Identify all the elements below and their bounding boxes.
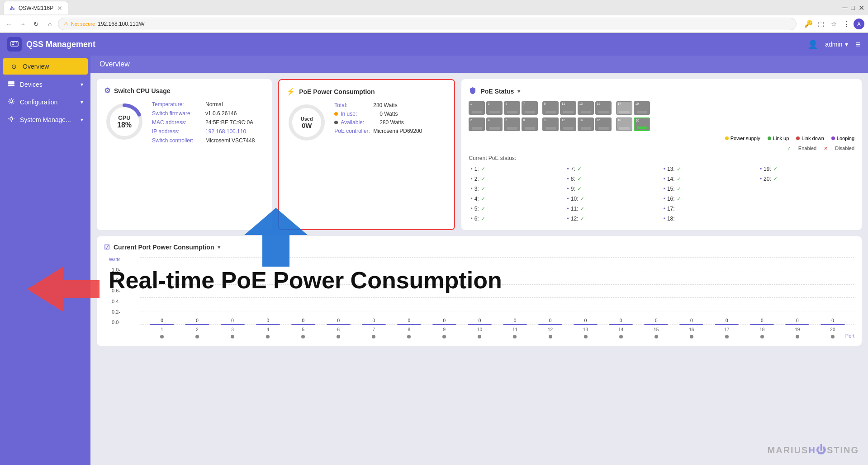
chart-dot-10 — [478, 335, 481, 338]
poe-status-grid: •1:✓ •7:✓ •13:✓ •19:✓ •2:✓ •8:✓ •14:✓ •2… — [469, 165, 854, 223]
port-1-icon[interactable]: 1 — [469, 101, 485, 115]
sidebar: ⊙ Overview Devices ▾ — [0, 56, 90, 465]
chart-label-6: 6 — [321, 327, 356, 332]
refresh-button[interactable]: ↻ — [31, 19, 42, 29]
port-13-icon[interactable]: 13 — [578, 101, 594, 115]
chart-label-10: 10 — [462, 327, 497, 332]
address-bar[interactable]: ⚠ Not secure 192.168.100.110/#/ — [58, 18, 797, 30]
legend-link-down: Link down — [796, 136, 824, 141]
not-secure-text: Not secure — [71, 21, 95, 27]
back-button[interactable]: ← — [4, 19, 14, 29]
not-secure-icon: ⚠ — [64, 21, 68, 27]
user-avatar[interactable]: A — [854, 19, 864, 29]
bar-col-8: 0 — [392, 257, 426, 325]
window-close-button[interactable]: ✕ — [859, 4, 864, 12]
configuration-icon — [7, 98, 15, 106]
bookmark-icon[interactable]: ☆ — [828, 19, 839, 29]
admin-chevron-icon: ▾ — [845, 41, 848, 48]
bar-col-15: 0 — [639, 257, 674, 325]
browser-tab[interactable]: 🖧 QSW-M2116P ✕ — [4, 1, 68, 14]
port-18-icon[interactable]: 18 — [616, 117, 632, 131]
port-3-icon[interactable]: 3 — [486, 101, 503, 115]
poe-used-value: 0W — [301, 122, 313, 129]
chart-area: Watts 1.0- 0.8- 0.6- 0.4- 0.2- 0.0- — [104, 257, 854, 338]
port-10-icon[interactable]: 10 — [542, 117, 559, 131]
hamburger-icon[interactable]: ≡ — [855, 39, 861, 50]
port-14-icon[interactable]: 14 — [578, 117, 594, 131]
disabled-x-icon: ✕ — [824, 146, 828, 151]
port-8-icon[interactable]: 8 — [522, 117, 538, 131]
poe-info-table: Total: 280 Watts In use: 0 Watts — [334, 102, 422, 136]
browser-nav-bar: ← → ↻ ⌂ ⚠ Not secure 192.168.100.110/#/ … — [0, 15, 868, 33]
port-5-icon[interactable]: 5 — [504, 101, 520, 115]
legend-link-up: Link up — [768, 136, 789, 141]
main-layout: ⊙ Overview Devices ▾ — [0, 56, 868, 465]
chart-dot-17 — [725, 335, 729, 338]
poe-status-dropdown-icon[interactable]: ▾ — [517, 88, 520, 94]
chart-dot-7 — [372, 335, 375, 338]
chart-label-20: 20 — [816, 327, 850, 332]
chart-card: ☑ Current Port Power Consumption ▾ Watts… — [97, 236, 862, 346]
port-19-icon[interactable]: 19 — [634, 101, 650, 115]
sidebar-item-system-manage[interactable]: System Manage... ▾ — [0, 111, 90, 128]
more-icon[interactable]: ⋮ — [841, 19, 852, 29]
poe-status-title: PoE Status ▾ — [469, 86, 854, 96]
current-poe-status-label: Current PoE status: — [469, 155, 854, 161]
port-15-icon[interactable]: 15 — [595, 101, 612, 115]
sidebar-item-configuration[interactable]: Configuration ▾ — [0, 93, 90, 111]
port-16-icon[interactable]: 16 — [595, 117, 612, 131]
port-9-icon[interactable]: 9 — [542, 101, 559, 115]
bar-col-20: 0 — [816, 257, 850, 325]
chart-dot-2 — [195, 335, 199, 338]
window-maximize-button[interactable]: □ — [851, 4, 855, 11]
port-20-icon[interactable]: 20 — [634, 117, 650, 131]
chart-dot-col-5 — [286, 335, 320, 338]
port-7-icon[interactable]: 7 — [522, 101, 538, 115]
configuration-chevron-icon: ▾ — [81, 99, 83, 105]
svg-rect-6 — [13, 44, 14, 45]
chart-dot-6 — [337, 335, 340, 338]
chart-label-3: 3 — [215, 327, 250, 332]
window-minimize-button[interactable]: ─ — [842, 4, 847, 12]
chart-dot-col-13 — [569, 335, 603, 338]
bar-col-16: 0 — [674, 257, 709, 325]
system-manage-icon — [7, 115, 15, 124]
poe-gauge-text: Used 0W — [301, 116, 313, 129]
port-2-icon[interactable]: 2 — [469, 117, 485, 131]
port-11-icon[interactable]: 11 — [560, 101, 576, 115]
chart-port-label: Port — [845, 333, 854, 338]
home-button[interactable]: ⌂ — [44, 19, 55, 29]
app-header-right: 👤 admin ▾ ≡ — [808, 39, 861, 50]
svg-rect-2 — [13, 42, 14, 43]
cast-icon[interactable]: ⬚ — [816, 19, 826, 29]
chart-dot-col-14 — [604, 335, 638, 338]
chart-dropdown-icon[interactable]: ▾ — [218, 244, 220, 250]
sidebar-item-devices[interactable]: Devices ▾ — [0, 75, 90, 93]
port-4-icon[interactable]: 4 — [486, 117, 503, 131]
y-label-0: 0.0- — [104, 319, 120, 325]
bar-col-11: 0 — [498, 257, 532, 325]
sidebar-item-overview[interactable]: ⊙ Overview — [3, 58, 88, 75]
chart-checkbox-icon[interactable]: ☑ — [104, 244, 110, 251]
forward-button[interactable]: → — [17, 19, 28, 29]
app-header: QSS Management 👤 admin ▾ ≡ — [0, 33, 868, 56]
cpu-card-title-text: Switch CPU Usage — [114, 87, 170, 94]
port-12-icon[interactable]: 12 — [560, 117, 576, 131]
svg-point-11 — [10, 117, 13, 120]
poe-status-title-text: PoE Status — [480, 88, 514, 95]
chart-label-13: 13 — [569, 327, 603, 332]
enabled-check-icon: ✓ — [787, 146, 791, 151]
chart-label-8: 8 — [392, 327, 426, 332]
bar-col-6: 0 — [321, 257, 356, 325]
sidebar-devices-label: Devices — [20, 81, 43, 88]
chart-dot-18 — [760, 335, 764, 338]
lightning-icon: ⚡ — [286, 87, 295, 96]
top-cards-row: ⚙ Switch CPU Usage CPU — [97, 79, 862, 230]
chart-dot-col-7 — [356, 335, 391, 338]
port-6-icon[interactable]: 6 — [504, 117, 520, 131]
key-icon[interactable]: 🔑 — [803, 19, 814, 29]
admin-button[interactable]: admin ▾ — [825, 41, 848, 48]
chart-main: 00000000000000000000 1234567891011121314… — [140, 257, 854, 338]
tab-close-button[interactable]: ✕ — [57, 5, 62, 12]
port-17-icon[interactable]: 17 — [616, 101, 632, 115]
